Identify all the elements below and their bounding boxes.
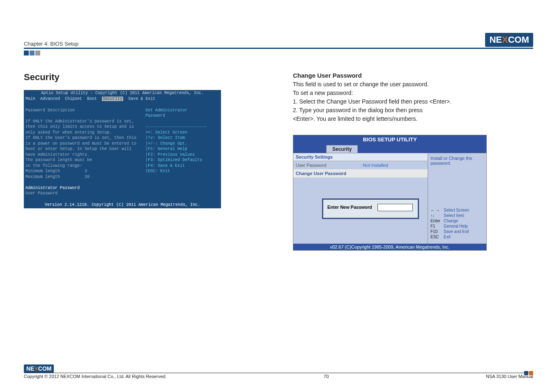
key-f1: F1 — [430, 224, 444, 229]
aptio-admin-password: Administrator Password — [25, 186, 80, 190]
body-p1: This field is used to set or change the … — [293, 81, 533, 88]
gbios-footer: v02.67 (C)Copyright 1985-2009, American … — [293, 244, 486, 250]
aptio-title: Aptio Setup Utility - Copyright (C) 2011… — [24, 90, 221, 96]
aptio-help-keys: ><: Select Screen |^v: Select Item |+/-:… — [145, 130, 202, 174]
section-title: Security — [24, 72, 264, 83]
header-decoration — [24, 51, 533, 55]
gbios-side-help: Install or Change the password. — [430, 156, 484, 166]
menu-save-exit: Save & Exit — [128, 97, 155, 101]
key-esc: ESC — [430, 234, 444, 240]
key-f10: F10 — [430, 229, 444, 234]
aptio-help-top: Set Administrator Password — [145, 108, 187, 118]
gbios-user-password-value: : Not Installed — [361, 163, 426, 168]
footer-page-number: 70 — [324, 374, 329, 379]
bios-screenshot: BIOS SETUP UTILITY Security Security Set… — [293, 135, 487, 251]
body-step2: 2. Type your password in the dialog box … — [293, 106, 533, 114]
key-arrows-lr: ← → — [430, 208, 444, 213]
gbios-password-input[interactable] — [377, 204, 413, 211]
key-esc-desc: Exit — [444, 235, 451, 239]
header-rule — [24, 48, 533, 49]
key-arrows-ud: ↑↓ — [430, 213, 444, 218]
key-arrows-ud-desc: Select Item — [444, 213, 464, 218]
body-p2: To set a new password: — [293, 89, 533, 97]
gbios-user-password-label: User Password — [296, 163, 361, 168]
aptio-footer: Version 2.14.1219. Copyright (C) 2011 Am… — [24, 202, 221, 208]
key-arrows-lr-desc: Select Screen — [444, 208, 469, 212]
menu-chipset: Chipset — [65, 97, 82, 101]
nexcom-logo: NEXCOM — [485, 33, 533, 47]
body-step2b: <Enter>. You are limited to eight letter… — [293, 115, 533, 123]
menu-advanced: Advanced — [40, 97, 60, 101]
footer-decoration — [523, 371, 533, 375]
change-user-password-heading: Change User Password — [293, 72, 533, 79]
aptio-user-password: User Password — [25, 191, 58, 196]
gbios-key-help: ← →Select Screen ↑↓Select Item EnterChan… — [430, 208, 469, 240]
gbios-section-header: Security Settings — [293, 153, 428, 161]
gbios-password-popup: Enter New Password — [322, 198, 419, 219]
gbios-popup-title: Enter New Password — [327, 205, 372, 210]
aptio-body-text: Password Description If ONLY the Adminis… — [25, 108, 136, 179]
chapter-title: Chapter 4: BIOS Setup — [24, 41, 78, 47]
gbios-change-user-password: Change User Password — [296, 171, 425, 176]
body-step1: 1. Select the Change User Password field… — [293, 98, 533, 106]
gbios-tab-security: Security — [326, 145, 358, 153]
footer-copyright: Copyright © 2012 NEXCOM International Co… — [24, 374, 166, 379]
gbios-title: BIOS SETUP UTILITY — [293, 135, 486, 144]
key-f10-desc: Save and Exit — [444, 229, 469, 234]
menu-main: Main — [25, 97, 35, 101]
key-f1-desc: General Help — [444, 224, 468, 228]
gbios-tabbar: Security — [293, 144, 486, 153]
menu-security: Security — [102, 97, 123, 101]
key-enter-desc: Change — [444, 219, 458, 223]
footer-nexcom-logo: NEXCOM — [24, 364, 54, 373]
aptio-menu: Main Advanced Chipset Boot Security Save… — [24, 96, 221, 102]
key-enter: Enter — [430, 218, 444, 224]
aptio-screenshot: Aptio Setup Utility - Copyright (C) 2011… — [24, 90, 221, 208]
menu-boot: Boot — [87, 97, 97, 101]
